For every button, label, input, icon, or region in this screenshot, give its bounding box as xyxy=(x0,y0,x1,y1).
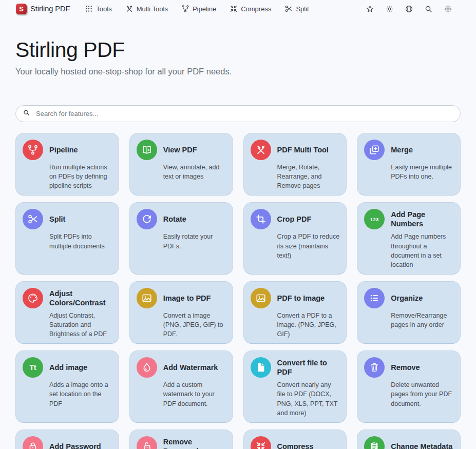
text-Tt-icon: Tt xyxy=(23,357,43,378)
brand-name: Stirling PDF xyxy=(30,5,70,13)
navbar-menu: Tools Multi Tools Pipeline Compress Spli… xyxy=(85,5,309,13)
book-open-icon xyxy=(137,140,157,160)
card-description: Remove/Rearrange pages in any order xyxy=(391,311,453,329)
unlock-icon xyxy=(137,436,157,449)
card-title: Crop PDF xyxy=(277,214,340,224)
lock-icon xyxy=(23,436,43,449)
card-description: Convert nearly any file to PDF (DOCX, PN… xyxy=(277,380,340,418)
navbar-right-icons xyxy=(366,5,452,13)
nav-item-label: Tools xyxy=(96,5,111,13)
palette-icon xyxy=(23,288,43,308)
card-organize[interactable]: Organize Remove/Rearrange pages in any o… xyxy=(357,281,461,344)
card-convert-file-to-pdf[interactable]: Convert file to PDF Convert nearly any f… xyxy=(243,350,347,423)
gear-icon[interactable] xyxy=(444,5,452,13)
card-title: PDF to Image xyxy=(277,294,340,303)
card-add-page-numbers[interactable]: 123 Add Page Numbers Add Page numbers th… xyxy=(357,202,461,275)
list-icon xyxy=(364,288,385,308)
card-description: View, annotate, add text or images xyxy=(163,163,226,181)
card-title: Split xyxy=(49,214,112,224)
card-change-metadata[interactable]: Change Metadata Change/Remove/Add metada… xyxy=(357,430,461,449)
card-crop-pdf[interactable]: Crop PDF Crop a PDF to reduce its size (… xyxy=(243,202,347,275)
card-title: Image to PDF xyxy=(163,294,226,303)
scissors-icon xyxy=(23,209,43,229)
card-description: Easily rotate your PDFs. xyxy=(163,232,226,250)
card-description: Add a custom watermark to your PDF docum… xyxy=(163,380,226,408)
card-title: Change Metadata xyxy=(391,442,453,449)
card-description: Split PDFs into multiple documents xyxy=(49,232,112,250)
multi-tools-icon xyxy=(125,5,134,13)
card-add-password[interactable]: Add Password Encrypt your PDF document w… xyxy=(15,430,119,449)
star-icon[interactable] xyxy=(366,5,374,13)
card-description: Adds a image onto a set location on the … xyxy=(49,380,112,408)
image-icon xyxy=(137,288,157,308)
card-image-to-pdf[interactable]: Image to PDF Convert a image (PNG, JPEG,… xyxy=(129,281,233,344)
card-description: Convert a PDF to a image. (PNG, JPEG, GI… xyxy=(277,311,340,339)
card-adjust-colors-contrast[interactable]: Adjust Colors/Contrast Adjust Contrast, … xyxy=(15,281,119,344)
card-title: Add Watermark xyxy=(163,363,226,372)
feature-search-bar xyxy=(15,105,461,122)
card-title: Organize xyxy=(391,294,453,303)
compress-icon xyxy=(251,436,271,449)
search-input[interactable] xyxy=(35,109,453,118)
card-merge[interactable]: Merge Easily merge multiple PDFs into on… xyxy=(357,133,461,196)
card-rotate[interactable]: Rotate Easily rotate your PDFs. xyxy=(129,202,233,275)
card-add-watermark[interactable]: Add Watermark Add a custom watermark to … xyxy=(129,350,233,423)
compress-icon xyxy=(230,5,238,13)
card-title: Add image xyxy=(49,363,112,372)
clipboard-icon xyxy=(364,436,385,449)
card-title: PDF Multi Tool xyxy=(277,145,340,154)
card-remove[interactable]: Remove Delete unwanted pages from your P… xyxy=(357,350,461,423)
nav-item-multi-tools[interactable]: Multi Tools xyxy=(125,5,168,13)
card-description: Convert a image (PNG, JPEG, GIF) to PDF. xyxy=(163,311,226,339)
nav-item-label: Multi Tools xyxy=(137,5,168,13)
card-title: Merge xyxy=(391,145,453,154)
trash-icon xyxy=(364,357,385,378)
card-remove-password[interactable]: Remove Password Remove password protecti… xyxy=(129,430,233,449)
card-add-image[interactable]: Tt Add image Adds a image onto a set loc… xyxy=(15,350,119,423)
card-pdf-to-image[interactable]: PDF to Image Convert a PDF to a image. (… xyxy=(243,281,347,344)
crop-icon xyxy=(251,209,271,229)
page-subtitle: Your locally hosted one-stop-shop for al… xyxy=(15,67,461,76)
card-description: Crop a PDF to reduce its size (maintains… xyxy=(277,232,340,260)
globe-icon[interactable] xyxy=(405,5,413,13)
card-title: Remove xyxy=(391,363,453,372)
file-icon xyxy=(251,357,271,378)
image-icon xyxy=(251,288,271,308)
card-compress[interactable]: Compress Compress PDFs to reduce their f… xyxy=(243,430,347,449)
card-title: Compress xyxy=(277,442,340,449)
pipeline-icon xyxy=(181,5,189,13)
card-description: Add Page numbers throughout a document i… xyxy=(391,232,453,269)
nav-item-tools[interactable]: Tools xyxy=(85,5,111,13)
merge-icon xyxy=(364,140,385,160)
nav-item-split[interactable]: Split xyxy=(284,5,309,13)
nav-item-label: Pipeline xyxy=(193,5,216,13)
card-title: Remove Password xyxy=(163,437,226,449)
nav-item-compress[interactable]: Compress xyxy=(230,5,271,13)
rotate-icon xyxy=(137,209,157,229)
card-pipeline[interactable]: Pipeline Run multiple actions on PDFs by… xyxy=(15,133,119,196)
main-content: Stirling PDF Your locally hosted one-sto… xyxy=(15,38,461,449)
navbar: S Stirling PDF Tools Multi Tools Pipelin… xyxy=(0,0,476,17)
card-description: Merge, Rotate, Rearrange, and Remove pag… xyxy=(277,163,340,190)
page-title: Stirling PDF xyxy=(15,38,461,62)
card-description: Adjust Contrast, Saturation and Brightne… xyxy=(49,311,112,339)
nav-item-pipeline[interactable]: Pipeline xyxy=(181,5,216,13)
droplet-icon xyxy=(137,357,157,378)
brand[interactable]: S Stirling PDF xyxy=(16,4,70,14)
multi-tools-icon xyxy=(251,140,271,160)
card-title: View PDF xyxy=(163,145,226,154)
search-icon xyxy=(23,109,30,119)
card-title: Adjust Colors/Contrast xyxy=(49,289,112,307)
pipeline-icon xyxy=(23,140,43,160)
apps-grid-icon xyxy=(85,5,93,13)
card-view-pdf[interactable]: View PDF View, annotate, add text or ima… xyxy=(129,133,233,196)
card-split[interactable]: Split Split PDFs into multiple documents xyxy=(15,202,119,275)
card-description: Easily merge multiple PDFs into one. xyxy=(391,163,453,181)
brightness-icon[interactable] xyxy=(385,5,394,13)
card-title: Add Page Numbers xyxy=(391,210,453,228)
search-icon[interactable] xyxy=(424,5,433,13)
scissors-icon xyxy=(284,5,293,13)
card-pdf-multi-tool[interactable]: PDF Multi Tool Merge, Rotate, Rearrange,… xyxy=(243,133,347,196)
card-title: Pipeline xyxy=(49,145,112,154)
nav-item-label: Compress xyxy=(241,5,271,13)
